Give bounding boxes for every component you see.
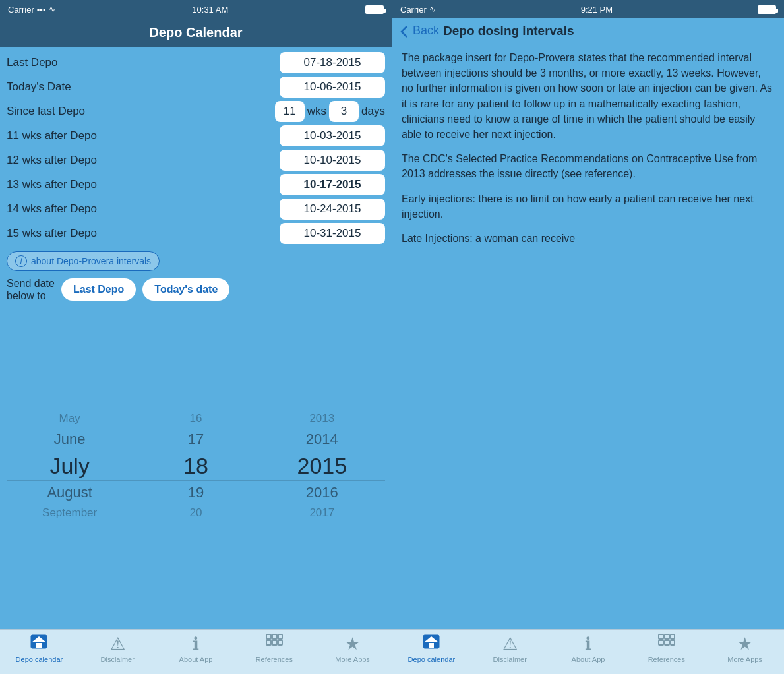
week-row-14-value[interactable]: 10-24-2015 (280, 199, 385, 220)
right-battery (758, 5, 776, 14)
left-tab-references[interactable]: References (235, 634, 313, 671)
picker-month-3: August (7, 482, 133, 503)
left-tab-more-apps[interactable]: ★ More Apps (313, 634, 392, 671)
svg-rect-3 (266, 634, 271, 639)
svg-rect-11 (429, 643, 434, 648)
right-tab-more-apps-label: More Apps (727, 656, 762, 663)
right-home-icon (422, 634, 440, 654)
right-star-icon: ★ (737, 634, 752, 654)
right-tab-disclaimer[interactable]: ⚠ Disclaimer (471, 634, 549, 671)
picker-day-0: 16 (133, 410, 258, 427)
left-references-icon (266, 634, 283, 654)
picker-year-1: 2014 (259, 429, 385, 450)
info-button[interactable]: i about Depo-Provera intervals (7, 251, 160, 271)
picker-year-0: 2013 (259, 410, 385, 427)
since-boxes: 11 wks 3 days (275, 101, 385, 122)
week-row-15: 15 wks after Depo 10-31-2015 (7, 223, 385, 244)
picker-year-4: 2017 (259, 505, 385, 522)
picker-month-1: June (7, 429, 133, 450)
svg-rect-2 (36, 643, 42, 648)
days-label: days (361, 105, 385, 118)
since-depo-row: Since last Depo 11 wks 3 days (7, 101, 385, 122)
right-info-icon: ℹ (585, 634, 591, 654)
wks-label: wks (307, 105, 326, 118)
svg-rect-14 (671, 634, 675, 639)
week-row-14-label: 14 wks after Depo (7, 202, 97, 216)
right-carrier: Carrier ∿ (400, 5, 436, 15)
send-label-text: Send datebelow to (7, 278, 55, 301)
back-button[interactable]: Back (400, 24, 439, 38)
since-depo-label: Since last Depo (7, 105, 85, 118)
right-tab-about[interactable]: ℹ About App (549, 634, 628, 671)
last-depo-value[interactable]: 07-18-2015 (280, 52, 385, 73)
right-warning-icon: ⚠ (502, 634, 518, 654)
right-time: 9:21 PM (581, 5, 613, 15)
picker-days[interactable]: 16 17 18 19 20 (133, 410, 258, 522)
svg-rect-6 (266, 640, 271, 645)
left-tab-bar: Depo calendar ⚠ Disclaimer ℹ About App (0, 629, 392, 674)
week-row-13: 13 wks after Depo 10-17-2015 (7, 174, 385, 195)
week-row-13-label: 13 wks after Depo (7, 178, 97, 191)
picker-month-0: May (7, 410, 133, 427)
right-tab-references[interactable]: References (627, 634, 706, 671)
week-row-11-value[interactable]: 10-03-2015 (280, 125, 385, 146)
right-tab-bar: Depo calendar ⚠ Disclaimer ℹ About App (392, 629, 784, 674)
week-row-11-label: 11 wks after Depo (7, 129, 97, 142)
week-row-12: 12 wks after Depo 10-10-2015 (7, 150, 385, 171)
date-picker[interactable]: May June July August September 16 17 18 … (7, 308, 385, 624)
left-phone: Carrier ▪▪▪ ∿ 10:31 AM Depo Calendar Las… (0, 0, 392, 674)
send-last-depo-button[interactable]: Last Depo (61, 278, 136, 301)
since-weeks-value[interactable]: 11 (275, 101, 305, 122)
picker-day-1: 17 (133, 429, 258, 450)
svg-rect-7 (272, 640, 277, 645)
picker-years[interactable]: 2013 2014 2015 2016 2017 (259, 410, 385, 522)
week-row-14: 14 wks after Depo 10-24-2015 (7, 199, 385, 220)
send-date-section: Send datebelow to Last Depo Today's date (7, 277, 385, 302)
picker-year-2: 2015 (259, 451, 385, 481)
week-row-12-value[interactable]: 10-10-2015 (280, 150, 385, 171)
svg-rect-5 (278, 634, 282, 639)
week-row-15-value[interactable]: 10-31-2015 (280, 223, 385, 244)
right-tab-about-label: About App (572, 656, 605, 663)
right-detail-header: Back Depo dosing intervals (392, 18, 784, 44)
picker-month-2: July (7, 451, 133, 481)
left-carrier-text: Carrier (8, 5, 34, 15)
right-tab-depo-calendar-label: Depo calendar (408, 656, 456, 663)
detail-para-0: The package insert for Depo-Provera stat… (402, 50, 775, 142)
left-status-bar: Carrier ▪▪▪ ∿ 10:31 AM (0, 0, 392, 18)
svg-rect-15 (659, 640, 663, 645)
left-tab-about-label: About App (179, 656, 213, 663)
last-depo-row: Last Depo 07-18-2015 (7, 52, 385, 73)
since-days-value[interactable]: 3 (329, 101, 359, 122)
todays-date-row: Today's Date 10-06-2015 (7, 77, 385, 98)
picker-day-2: 18 (133, 451, 258, 481)
right-references-icon (658, 634, 675, 654)
left-wifi-icon: ▪▪▪ (37, 5, 46, 15)
info-circle-icon: i (15, 255, 27, 267)
left-main-content: Last Depo 07-18-2015 Today's Date 10-06-… (0, 47, 392, 629)
svg-rect-12 (659, 634, 663, 639)
right-wifi-icon: ∿ (429, 5, 436, 14)
picker-month-4: September (7, 505, 133, 522)
left-wifi-symbol: ∿ (49, 5, 55, 14)
send-todays-date-button[interactable]: Today's date (142, 278, 229, 301)
week-row-13-value[interactable]: 10-17-2015 (280, 174, 385, 195)
week-row-11: 11 wks after Depo 10-03-2015 (7, 125, 385, 146)
right-tab-more-apps[interactable]: ★ More Apps (706, 634, 784, 671)
todays-date-value[interactable]: 10-06-2015 (280, 77, 385, 98)
left-warning-icon: ⚠ (110, 634, 125, 654)
left-tab-about[interactable]: ℹ About App (157, 634, 235, 671)
left-tab-disclaimer[interactable]: ⚠ Disclaimer (78, 634, 157, 671)
todays-date-label: Today's Date (7, 80, 71, 94)
picker-months[interactable]: May June July August September (7, 410, 133, 522)
left-tab-references-label: References (256, 656, 293, 663)
info-btn-label: about Depo-Provera intervals (31, 256, 151, 266)
right-phone: Carrier ∿ 9:21 PM Back Depo dosing inter… (392, 0, 784, 674)
right-tab-references-label: References (648, 656, 685, 663)
svg-rect-17 (671, 640, 675, 645)
detail-para-1: The CDC's Selected Practice Recommendati… (402, 151, 775, 181)
last-depo-label: Last Depo (7, 56, 58, 69)
left-tab-depo-calendar[interactable]: Depo calendar (0, 634, 78, 671)
left-info-icon: ℹ (193, 634, 199, 654)
right-tab-depo-calendar[interactable]: Depo calendar (392, 634, 471, 671)
